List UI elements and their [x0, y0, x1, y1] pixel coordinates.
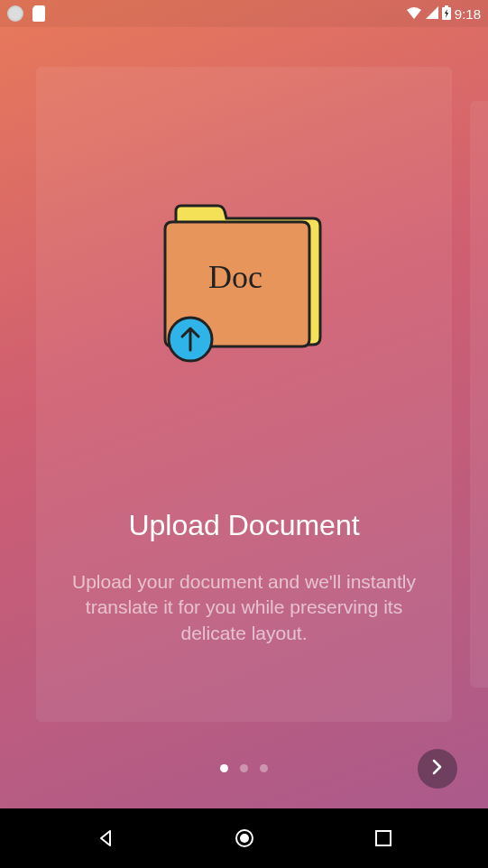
onboarding-description: Upload your document and we'll instantly… — [63, 569, 425, 646]
pagination-dot-3[interactable] — [260, 764, 268, 772]
status-left — [7, 5, 45, 22]
folder-label: Doc — [208, 259, 262, 295]
next-button[interactable] — [418, 749, 457, 789]
status-bar: 9:18 — [0, 0, 488, 27]
svg-point-4 — [240, 834, 249, 843]
onboarding-heading: Upload Document — [128, 509, 359, 542]
cell-signal-icon — [426, 6, 438, 22]
pagination-dot-1[interactable] — [220, 764, 228, 772]
battery-charging-icon — [442, 5, 451, 23]
next-card-peek[interactable] — [470, 101, 488, 688]
nav-recents-button[interactable] — [374, 829, 392, 847]
android-nav-bar — [0, 808, 488, 868]
status-time: 9:18 — [455, 6, 481, 22]
status-right: 9:18 — [406, 5, 481, 23]
svg-rect-5 — [376, 831, 391, 845]
chevron-right-icon — [432, 759, 443, 779]
svg-rect-1 — [445, 5, 448, 8]
upload-document-illustration: Doc — [154, 202, 335, 374]
app-indicator-icon — [7, 5, 23, 22]
sd-card-icon — [32, 5, 45, 22]
wifi-icon — [406, 6, 422, 22]
nav-home-button[interactable] — [234, 827, 255, 849]
nav-back-button[interactable] — [96, 828, 115, 848]
onboarding-card: Doc Upload Document Upload your document… — [36, 67, 452, 722]
pagination-dots — [0, 764, 488, 772]
pagination-dot-2[interactable] — [240, 764, 248, 772]
